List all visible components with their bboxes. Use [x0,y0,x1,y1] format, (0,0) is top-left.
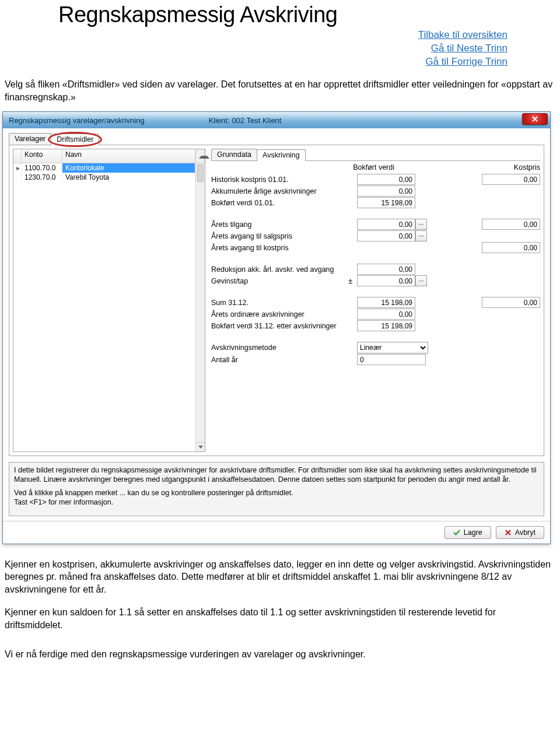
instruction-paragraph-3: Kjenner en kun saldoen for 1.1 så setter… [5,606,555,631]
page-title: Regnskapsmessig Avskriving [58,2,560,27]
help-paragraph-1: I dette bildet registrerer du regnskapsm… [14,466,539,484]
list-row[interactable]: 1230.70.0 Varebil Toyota [13,173,195,182]
dialog-window: Regnskapsmessig varelager/avskrivning Kl… [2,111,551,544]
input-avgang-kostpris[interactable] [482,242,540,253]
input-historisk-kostpris-kost[interactable] [482,174,540,185]
tab-driftsmidler-label: Driftsmidler [57,135,93,143]
label-historisk-kostpris: Historisk kostpris 01.01. [211,176,357,184]
input-reduksjon[interactable] [357,264,415,275]
avbryt-label: Avbryt [515,528,536,537]
help-text-panel: I dette bildet registrerer du regnskapsm… [9,462,544,516]
instruction-paragraph-2: Kjenner en kostprisen, akkumulerte avskr… [5,558,555,596]
chevron-down-icon [198,446,203,449]
avbryt-button[interactable]: Avbryt [496,526,544,539]
tab-panel: Konto Navn ▸ 1100.70.0 Kont [9,145,544,456]
link-overview[interactable]: Tilbake til oversikten [0,29,508,41]
plusminus-icon: ± [348,277,357,285]
input-sum-3112[interactable] [357,297,415,308]
label-avskrivningsmetode: Avskrivningsmetode [211,344,357,352]
header-bokfort-verdi: Bokført verdi [330,163,394,171]
input-gevinst-tap[interactable] [357,275,415,286]
header-kostpris: Kostpris [476,163,540,171]
col-navn[interactable]: Navn [62,149,195,163]
col-konto[interactable]: Konto [22,149,62,163]
subtab-avskrivning[interactable]: Avskrivning [257,149,306,161]
ellipsis-button-avgang-salg[interactable]: ··· [415,230,427,241]
row-current-marker [13,173,22,182]
instruction-paragraph-4: Vi er nå ferdige med den regnskapsmessig… [5,648,555,661]
label-antall-ar: Antall år [211,356,357,364]
titlebar: Regnskapsmessig varelager/avskrivning Kl… [3,112,550,128]
input-arets-tilgang-side[interactable] [482,219,540,230]
label-akkumulerte: Akkumulerte årlige avskrivninger [211,187,357,195]
x-icon [505,529,512,536]
asset-listview: Konto Navn ▸ 1100.70.0 Kont [13,149,205,452]
ellipsis-button-tilgang[interactable]: ··· [415,219,427,230]
input-ordinare-avskr[interactable] [357,309,415,320]
scrollbar-thumb[interactable] [197,164,204,182]
dialog-footer: Lagre Avbryt [3,521,550,544]
chevron-up-icon [199,153,209,159]
input-bokfort-0101[interactable] [357,197,415,208]
lagre-label: Lagre [464,528,482,537]
cell-konto: 1230.70.0 [22,173,62,182]
list-row[interactable]: ▸ 1100.70.0 Kontorlokale [13,163,195,173]
listview-scrollbar[interactable] [195,163,205,451]
label-gevinst-tap: Gevinst/tap [211,277,248,285]
lagre-button[interactable]: Lagre [444,526,491,539]
input-bokfort-3112[interactable] [357,320,415,331]
input-antall-ar[interactable] [357,354,426,365]
cell-navn: Kontorlokale [62,163,195,173]
label-arets-tilgang: Årets tilgang [211,220,357,229]
check-icon [453,529,460,536]
row-indicator-col [13,149,22,163]
input-sum-3112-side[interactable] [482,297,540,308]
label-ordinare-avskr: Årets ordinære avskrivninger [211,310,357,318]
select-avskrivningsmetode[interactable]: Lineær [357,342,428,353]
label-sum-3112: Sum 31.12. [211,299,357,307]
ellipsis-button-gevinst[interactable]: ··· [415,275,427,286]
link-prev-step[interactable]: Gå til Forrige Trinn [0,56,508,68]
tab-driftsmidler[interactable]: Driftsmidler [51,134,99,145]
label-avgang-kostpris: Årets avgang til kostpris [211,244,357,252]
label-avgang-salgspris: Årets avgang til salgspris [211,232,357,240]
scroll-down-button[interactable] [196,442,205,451]
label-bokfort-3112: Bokført verdi 31.12. etter avskrivninger [211,322,357,330]
window-title: Regnskapsmessig varelager/avskrivning [9,116,145,125]
instruction-paragraph-1: Velg så fliken «Driftsmidler» ved siden … [5,78,555,103]
close-icon [531,115,538,122]
tab-varelager[interactable]: Varelager [9,133,51,145]
nav-links: Tilbake til oversikten Gå til Neste Trin… [0,29,508,68]
cell-konto: 1100.70.0 [22,163,62,173]
input-arets-tilgang[interactable] [357,219,415,230]
row-current-marker: ▸ [13,163,22,173]
input-historisk-kostpris[interactable] [357,174,415,185]
input-akkumulerte[interactable] [357,185,415,197]
help-paragraph-2: Ved å klikke på knappen merket ... kan d… [14,489,539,507]
label-bokfort-0101: Bokført verdi 01.01. [211,199,357,207]
label-reduksjon: Reduksjon akk. årl. avskr. ved avgang [211,265,357,274]
close-button[interactable] [522,113,548,125]
sub-tab-row: Grunndata Avskrivning [211,149,540,160]
main-tab-row: Varelager Driftsmidler [9,133,544,145]
scroll-up-button[interactable] [195,149,205,163]
cell-navn: Varebil Toyota [62,173,195,182]
subtab-grunndata[interactable]: Grunndata [211,149,257,160]
window-client: Klient: 002 Test Klient [209,116,282,125]
input-avgang-salgspris[interactable] [357,230,415,241]
listview-header: Konto Navn [13,149,205,163]
link-next-step[interactable]: Gå til Neste Trinn [0,43,508,54]
